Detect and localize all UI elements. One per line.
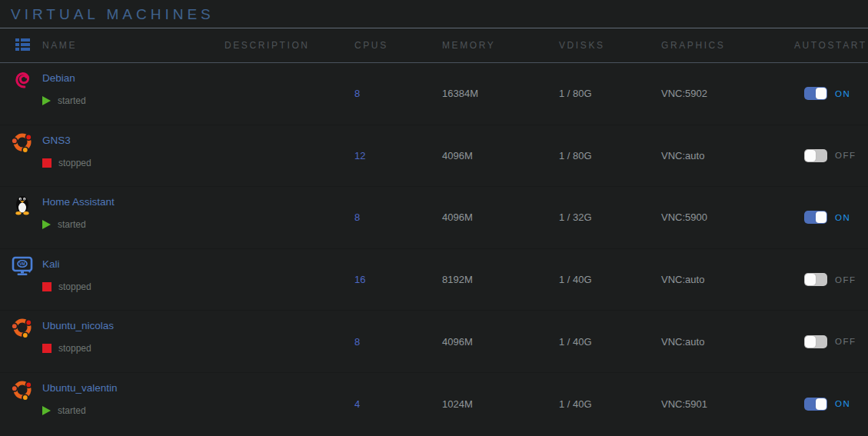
table-view-icon	[10, 38, 42, 53]
vm-state-icon	[42, 96, 51, 105]
memory-value: 16384M	[442, 63, 559, 125]
ubuntu-icon[interactable]	[10, 130, 35, 155]
toggle-knob	[805, 150, 816, 161]
vm-state: stopped	[42, 281, 91, 292]
vm-state: started	[42, 95, 86, 106]
header-memory: MEMORY	[442, 40, 559, 51]
header-autostart: AUTOSTART	[794, 40, 868, 51]
cpus-link[interactable]: 8	[354, 211, 360, 223]
memory-value: 1024M	[442, 373, 559, 435]
memory-value: 4096M	[442, 125, 559, 187]
autostart-label: OFF	[835, 275, 856, 285]
memory-value: 4096M	[442, 187, 559, 248]
table-header: NAME DESCRIPTION CPUS MEMORY VDISKS GRAP…	[0, 28, 868, 63]
autostart-label: OFF	[835, 337, 856, 346]
vm-state-icon	[42, 344, 52, 353]
toggle-knob	[816, 398, 826, 410]
table-row: Home Assistant started 8 4096M 1 / 32G V…	[0, 187, 868, 249]
vm-description	[224, 125, 354, 187]
vm-name-link[interactable]: Kali	[42, 258, 60, 270]
header-graphics: GRAPHICS	[661, 40, 794, 51]
cpus-link[interactable]: 4	[354, 398, 360, 410]
table-row: VM Kali stopped 16 8192M 1 / 40G VNC:aut…	[0, 249, 868, 311]
vm-state-label: stopped	[58, 158, 91, 168]
vm-name-link[interactable]: GNS3	[42, 135, 71, 146]
autostart-toggle[interactable]	[804, 87, 827, 100]
toggle-knob	[816, 88, 826, 99]
vdisks-value: 1 / 80G	[559, 63, 661, 125]
vm-table-body: Debian started 8 16384M 1 / 80G VNC:5902…	[0, 63, 868, 435]
graphics-value: VNC:5902	[661, 63, 794, 125]
header-description: DESCRIPTION	[224, 40, 354, 51]
vm-state-label: started	[58, 95, 86, 106]
memory-value: 4096M	[442, 311, 559, 372]
vm-state-label: started	[58, 219, 86, 230]
vm-name-link[interactable]: Ubuntu_nicolas	[42, 320, 114, 331]
toggle-knob	[805, 336, 816, 348]
list-view-icon	[15, 38, 30, 51]
autostart-label: ON	[835, 399, 850, 408]
vm-name-link[interactable]: Ubuntu_valentin	[42, 382, 118, 394]
vdisks-value: 1 / 32G	[559, 187, 661, 248]
page-title-bar: VIRTUAL MACHINES	[0, 0, 868, 28]
debian-icon[interactable]	[10, 68, 35, 92]
vdisks-value: 1 / 40G	[559, 373, 661, 435]
cpus-link[interactable]: 8	[354, 336, 360, 348]
header-vdisks: VDISKS	[559, 40, 661, 51]
header-cpus: CPUS	[354, 40, 442, 51]
graphics-value: VNC:auto	[661, 249, 794, 311]
memory-value: 8192M	[442, 249, 559, 311]
vdisks-value: 1 / 40G	[559, 311, 661, 372]
vm-description	[224, 63, 354, 125]
vm-state-icon	[42, 158, 52, 168]
graphics-value: VNC:5901	[661, 373, 794, 435]
vm-state-icon	[42, 282, 52, 291]
autostart-toggle[interactable]	[804, 211, 827, 224]
cpus-link[interactable]: 8	[354, 88, 360, 99]
vdisks-value: 1 / 40G	[559, 249, 661, 311]
toggle-knob	[816, 211, 826, 223]
vm-state-label: started	[58, 405, 86, 416]
autostart-toggle[interactable]	[804, 149, 827, 162]
graphics-value: VNC:auto	[661, 311, 794, 372]
table-row: GNS3 stopped 12 4096M 1 / 80G VNC:auto O…	[0, 125, 868, 188]
cpus-link[interactable]: 12	[354, 150, 365, 161]
vm-description	[224, 187, 354, 248]
table-row: Debian started 8 16384M 1 / 80G VNC:5902…	[0, 63, 868, 125]
virtual-machines-page: VIRTUAL MACHINES NAME DESCRIPTION CPUS M…	[0, 0, 868, 436]
table-row: Ubuntu_valentin started 4 1024M 1 / 40G …	[0, 373, 868, 435]
ubuntu-icon[interactable]	[10, 378, 35, 402]
linux-tux-icon[interactable]	[10, 191, 35, 216]
ubuntu-icon[interactable]	[10, 315, 35, 340]
cpus-link[interactable]: 16	[354, 274, 365, 285]
vm-name-link[interactable]: Home Assistant	[42, 196, 115, 208]
autostart-label: OFF	[835, 151, 856, 160]
vm-state-icon	[42, 220, 51, 229]
header-name: NAME	[42, 40, 224, 51]
svg-text:VM: VM	[19, 261, 25, 266]
vm-description	[224, 311, 354, 372]
vm-state-label: stopped	[58, 281, 91, 292]
vm-state: stopped	[42, 158, 91, 168]
vm-state: stopped	[42, 343, 91, 354]
vm-state: started	[42, 405, 86, 416]
graphics-value: VNC:auto	[661, 125, 794, 187]
vm-description	[224, 249, 354, 311]
autostart-toggle[interactable]	[804, 273, 827, 286]
vdisks-value: 1 / 80G	[559, 125, 661, 187]
vm-monitor-icon[interactable]: VM	[10, 254, 35, 278]
vm-state-icon	[42, 406, 51, 415]
table-row: Ubuntu_nicolas stopped 8 4096M 1 / 40G V…	[0, 311, 868, 373]
vm-name-link[interactable]: Debian	[42, 72, 75, 84]
autostart-label: ON	[835, 89, 850, 98]
autostart-toggle[interactable]	[804, 398, 827, 411]
autostart-label: ON	[835, 213, 850, 222]
vm-state: started	[42, 219, 86, 230]
graphics-value: VNC:5900	[661, 187, 794, 248]
autostart-toggle[interactable]	[804, 335, 827, 348]
vm-description	[224, 373, 354, 435]
vm-state-label: stopped	[58, 343, 91, 354]
toggle-knob	[805, 274, 816, 285]
page-title: VIRTUAL MACHINES	[11, 6, 215, 22]
